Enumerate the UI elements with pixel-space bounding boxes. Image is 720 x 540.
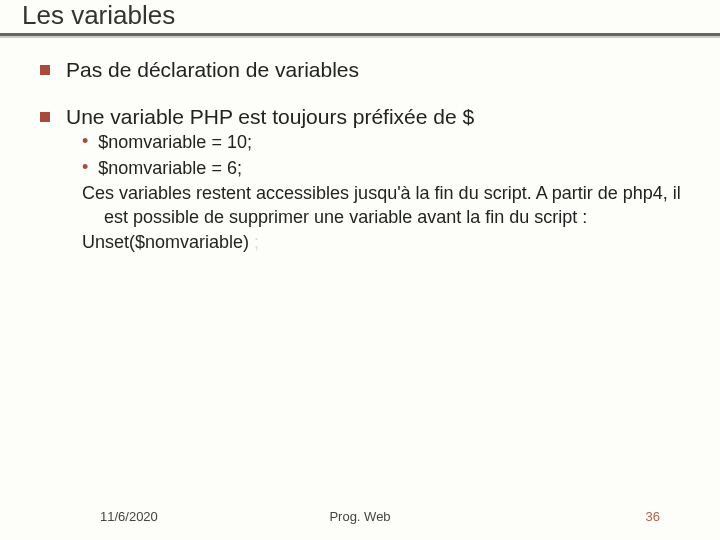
square-bullet-icon — [40, 112, 50, 122]
title-area: Les variables — [0, 0, 720, 31]
faded-semicolon: ; — [249, 232, 259, 252]
bullet-level1: Une variable PHP est toujours préfixée d… — [40, 104, 690, 129]
sub-bullet-group: • $nomvariable = 10; • $nomvariable = 6;… — [40, 131, 690, 254]
page-number: 36 — [646, 509, 660, 524]
content-area: Pas de déclaration de variables Une vari… — [0, 35, 720, 254]
footer: 11/6/2020 Prog. Web 36 — [0, 509, 720, 524]
code-line: Unset($nomvariable) ; — [82, 231, 690, 254]
slide-title: Les variables — [22, 0, 720, 31]
bullet-text: Pas de déclaration de variables — [66, 57, 359, 82]
sub-bullet-text: $nomvariable = 6; — [98, 157, 242, 180]
bullet-level1: Pas de déclaration de variables — [40, 57, 690, 82]
bullet-text: Une variable PHP est toujours préfixée d… — [66, 104, 474, 129]
footer-date: 11/6/2020 — [100, 509, 158, 524]
slide: Les variables Pas de déclaration de vari… — [0, 0, 720, 540]
bullet-level2: • $nomvariable = 6; — [82, 157, 690, 180]
paragraph-text: Ces variables restent accessibles jusqu'… — [82, 182, 690, 229]
footer-title: Prog. Web — [329, 509, 390, 524]
bullet-level2: • $nomvariable = 10; — [82, 131, 690, 154]
unset-call: Unset($nomvariable) — [82, 232, 249, 252]
sub-bullet-text: $nomvariable = 10; — [98, 131, 252, 154]
square-bullet-icon — [40, 65, 50, 75]
dot-bullet-icon: • — [82, 157, 88, 179]
title-divider — [0, 33, 720, 37]
dot-bullet-icon: • — [82, 131, 88, 153]
paragraph-body: Ces variables restent accessibles jusqu'… — [82, 183, 681, 226]
